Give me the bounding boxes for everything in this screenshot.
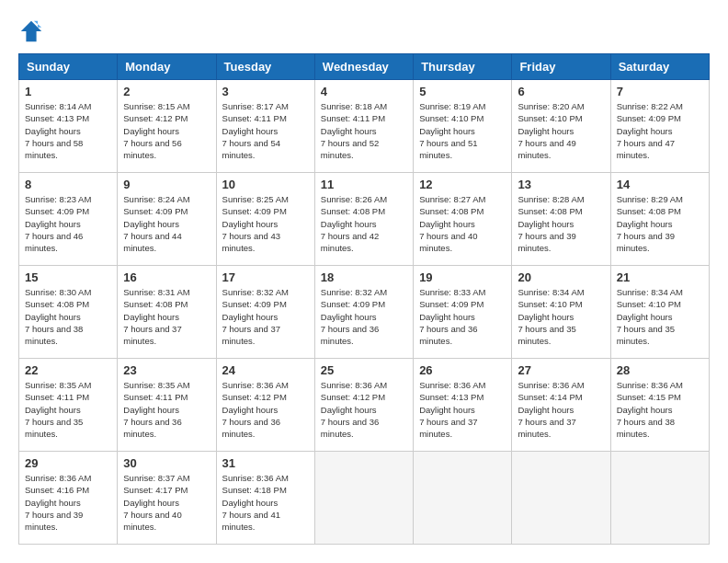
calendar-cell: 21Sunrise: 8:34 AMSunset: 4:10 PMDayligh…	[610, 266, 709, 359]
calendar-week-row: 15Sunrise: 8:30 AMSunset: 4:08 PMDayligh…	[19, 266, 710, 359]
day-number: 31	[222, 456, 309, 470]
day-detail: Sunrise: 8:34 AMSunset: 4:10 PMDaylight …	[617, 286, 703, 347]
day-detail: Sunrise: 8:32 AMSunset: 4:09 PMDaylight …	[321, 286, 407, 347]
day-number: 15	[25, 270, 111, 284]
calendar-cell: 30Sunrise: 8:37 AMSunset: 4:17 PMDayligh…	[118, 452, 216, 545]
day-header-friday: Friday	[512, 54, 610, 80]
calendar-cell: 16Sunrise: 8:31 AMSunset: 4:08 PMDayligh…	[118, 266, 216, 359]
day-detail: Sunrise: 8:22 AMSunset: 4:09 PMDaylight …	[617, 100, 703, 161]
day-number: 11	[321, 178, 407, 191]
day-detail: Sunrise: 8:19 AMSunset: 4:10 PMDaylight …	[419, 100, 506, 161]
day-header-tuesday: Tuesday	[216, 54, 314, 80]
day-header-thursday: Thursday	[414, 54, 512, 80]
calendar-cell: 12Sunrise: 8:27 AMSunset: 4:08 PMDayligh…	[414, 173, 512, 266]
day-number: 16	[123, 270, 210, 284]
calendar-cell: 19Sunrise: 8:33 AMSunset: 4:09 PMDayligh…	[414, 266, 512, 359]
day-number: 26	[419, 363, 506, 377]
day-detail: Sunrise: 8:36 AMSunset: 4:18 PMDaylight …	[222, 472, 309, 533]
calendar-cell: 11Sunrise: 8:26 AMSunset: 4:08 PMDayligh…	[314, 173, 413, 266]
day-number: 29	[25, 456, 111, 470]
day-detail: Sunrise: 8:36 AMSunset: 4:14 PMDaylight …	[518, 379, 604, 440]
day-number: 1	[25, 85, 111, 98]
page: SundayMondayTuesdayWednesdayThursdayFrid…	[0, 0, 728, 563]
calendar-cell: 27Sunrise: 8:36 AMSunset: 4:14 PMDayligh…	[512, 359, 610, 452]
day-number: 24	[222, 363, 309, 377]
calendar-week-row: 8Sunrise: 8:23 AMSunset: 4:09 PMDaylight…	[19, 173, 710, 266]
day-number: 9	[123, 178, 210, 191]
calendar-cell	[314, 452, 413, 545]
calendar-cell: 9Sunrise: 8:24 AMSunset: 4:09 PMDaylight…	[118, 173, 216, 266]
calendar-cell: 29Sunrise: 8:36 AMSunset: 4:16 PMDayligh…	[19, 452, 118, 545]
header	[18, 18, 710, 44]
day-detail: Sunrise: 8:37 AMSunset: 4:17 PMDaylight …	[123, 472, 210, 533]
day-number: 7	[617, 85, 703, 98]
day-header-monday: Monday	[118, 54, 216, 80]
day-detail: Sunrise: 8:34 AMSunset: 4:10 PMDaylight …	[518, 286, 604, 347]
day-number: 17	[222, 270, 309, 284]
svg-marker-0	[21, 21, 41, 41]
calendar-cell: 3Sunrise: 8:17 AMSunset: 4:11 PMDaylight…	[216, 80, 314, 173]
calendar-cell: 5Sunrise: 8:19 AMSunset: 4:10 PMDaylight…	[414, 80, 512, 173]
day-number: 19	[419, 270, 506, 284]
calendar-cell: 2Sunrise: 8:15 AMSunset: 4:12 PMDaylight…	[118, 80, 216, 173]
logo	[18, 18, 48, 44]
calendar-cell	[610, 452, 709, 545]
calendar-cell: 23Sunrise: 8:35 AMSunset: 4:11 PMDayligh…	[118, 359, 216, 452]
day-number: 27	[518, 363, 604, 377]
day-number: 21	[617, 270, 703, 284]
day-header-wednesday: Wednesday	[314, 54, 413, 80]
day-number: 5	[419, 85, 506, 98]
calendar-cell: 6Sunrise: 8:20 AMSunset: 4:10 PMDaylight…	[512, 80, 610, 173]
calendar-cell: 24Sunrise: 8:36 AMSunset: 4:12 PMDayligh…	[216, 359, 314, 452]
day-detail: Sunrise: 8:31 AMSunset: 4:08 PMDaylight …	[123, 286, 210, 347]
calendar-cell: 25Sunrise: 8:36 AMSunset: 4:12 PMDayligh…	[314, 359, 413, 452]
day-detail: Sunrise: 8:27 AMSunset: 4:08 PMDaylight …	[419, 193, 506, 254]
day-detail: Sunrise: 8:32 AMSunset: 4:09 PMDaylight …	[222, 286, 309, 347]
calendar-header-row: SundayMondayTuesdayWednesdayThursdayFrid…	[19, 54, 710, 80]
day-detail: Sunrise: 8:35 AMSunset: 4:11 PMDaylight …	[25, 379, 111, 440]
day-header-sunday: Sunday	[19, 54, 118, 80]
calendar-cell: 8Sunrise: 8:23 AMSunset: 4:09 PMDaylight…	[19, 173, 118, 266]
day-detail: Sunrise: 8:29 AMSunset: 4:08 PMDaylight …	[617, 193, 703, 254]
calendar-cell: 20Sunrise: 8:34 AMSunset: 4:10 PMDayligh…	[512, 266, 610, 359]
day-number: 20	[518, 270, 604, 284]
day-number: 22	[25, 363, 111, 377]
day-number: 8	[25, 178, 111, 191]
day-detail: Sunrise: 8:36 AMSunset: 4:12 PMDaylight …	[222, 379, 309, 440]
day-detail: Sunrise: 8:36 AMSunset: 4:12 PMDaylight …	[321, 379, 407, 440]
day-number: 6	[518, 85, 604, 98]
calendar-table: SundayMondayTuesdayWednesdayThursdayFrid…	[18, 53, 710, 545]
day-number: 23	[123, 363, 210, 377]
day-number: 13	[518, 178, 604, 191]
calendar-cell: 31Sunrise: 8:36 AMSunset: 4:18 PMDayligh…	[216, 452, 314, 545]
calendar-cell: 15Sunrise: 8:30 AMSunset: 4:08 PMDayligh…	[19, 266, 118, 359]
calendar-cell: 14Sunrise: 8:29 AMSunset: 4:08 PMDayligh…	[610, 173, 709, 266]
day-detail: Sunrise: 8:20 AMSunset: 4:10 PMDaylight …	[518, 100, 604, 161]
calendar-week-row: 1Sunrise: 8:14 AMSunset: 4:13 PMDaylight…	[19, 80, 710, 173]
day-number: 25	[321, 363, 407, 377]
day-number: 18	[321, 270, 407, 284]
day-detail: Sunrise: 8:26 AMSunset: 4:08 PMDaylight …	[321, 193, 407, 254]
calendar-cell: 26Sunrise: 8:36 AMSunset: 4:13 PMDayligh…	[414, 359, 512, 452]
day-number: 28	[617, 363, 703, 377]
calendar-cell	[414, 452, 512, 545]
day-number: 30	[123, 456, 210, 470]
day-number: 4	[321, 85, 407, 98]
calendar-cell: 1Sunrise: 8:14 AMSunset: 4:13 PMDaylight…	[19, 80, 118, 173]
day-detail: Sunrise: 8:18 AMSunset: 4:11 PMDaylight …	[321, 100, 407, 161]
calendar-week-row: 22Sunrise: 8:35 AMSunset: 4:11 PMDayligh…	[19, 359, 710, 452]
logo-icon	[18, 18, 44, 44]
calendar-cell: 18Sunrise: 8:32 AMSunset: 4:09 PMDayligh…	[314, 266, 413, 359]
day-detail: Sunrise: 8:28 AMSunset: 4:08 PMDaylight …	[518, 193, 604, 254]
calendar-cell	[512, 452, 610, 545]
calendar-cell: 17Sunrise: 8:32 AMSunset: 4:09 PMDayligh…	[216, 266, 314, 359]
day-detail: Sunrise: 8:23 AMSunset: 4:09 PMDaylight …	[25, 193, 111, 254]
day-detail: Sunrise: 8:33 AMSunset: 4:09 PMDaylight …	[419, 286, 506, 347]
day-header-saturday: Saturday	[610, 54, 709, 80]
day-detail: Sunrise: 8:14 AMSunset: 4:13 PMDaylight …	[25, 100, 111, 161]
calendar-cell: 28Sunrise: 8:36 AMSunset: 4:15 PMDayligh…	[610, 359, 709, 452]
day-detail: Sunrise: 8:36 AMSunset: 4:16 PMDaylight …	[25, 472, 111, 533]
day-detail: Sunrise: 8:17 AMSunset: 4:11 PMDaylight …	[222, 100, 309, 161]
calendar-cell: 22Sunrise: 8:35 AMSunset: 4:11 PMDayligh…	[19, 359, 118, 452]
day-detail: Sunrise: 8:36 AMSunset: 4:13 PMDaylight …	[419, 379, 506, 440]
